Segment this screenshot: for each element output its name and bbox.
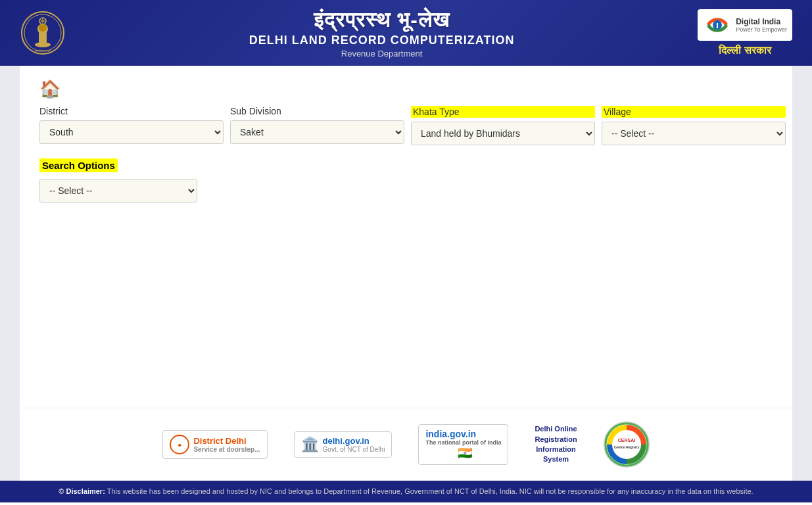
digital-india-badge: Digital India Power To Empower xyxy=(698,9,792,41)
search-options-label: Search Options xyxy=(39,158,118,172)
svg-text:Central Registry: Central Registry xyxy=(613,445,639,449)
district-delhi-icon: ● xyxy=(170,435,189,454)
svg-text:CERSAI: CERSAI xyxy=(617,438,635,443)
doris-line4: System xyxy=(535,454,577,464)
search-options-select[interactable]: -- Select -- By Khasra Number By Khata N… xyxy=(39,179,197,203)
disclaimer-text: This website has been designed and hoste… xyxy=(107,487,753,495)
delhi-gov-url: delhi.gov.in xyxy=(323,436,385,446)
site-subtitle: Revenue Department xyxy=(66,49,698,59)
header-left: सत्यमेव जयते xyxy=(20,7,66,59)
khata-select[interactable]: Land held by Bhumidars Land held by Asam… xyxy=(411,122,595,145)
digital-india-text: Digital India xyxy=(736,17,787,26)
india-gov-logo[interactable]: india.gov.in The national portal of Indi… xyxy=(418,424,508,465)
doris-line2: Registration xyxy=(535,435,577,445)
search-options-section: Search Options -- Select -- By Khasra Nu… xyxy=(39,158,773,203)
svg-point-5 xyxy=(39,24,47,32)
village-group: Village -- Select -- xyxy=(602,106,786,145)
svg-rect-13 xyxy=(717,23,718,28)
cersai-badge-icon: CERSAI Central Registry xyxy=(604,422,649,467)
disclaimer-bar: © Disclaimer: This website has been desi… xyxy=(0,481,812,502)
footer-logos: ● District Delhi Service at doorstep... … xyxy=(20,408,792,481)
khata-group: Khata Type Land held by Bhumidars Land h… xyxy=(411,106,595,145)
header-right: Digital India Power To Empower दिल्ली सर… xyxy=(698,9,792,57)
delhi-gov-sub: Govt. of NCT of Delhi xyxy=(323,446,385,453)
ashoka-emblem: सत्यमेव जयते xyxy=(20,7,66,59)
main-content: 🏠 District South Central East New Delhi … xyxy=(20,66,792,408)
site-title-hindi: इंद्रप्रस्थ भू-लेख xyxy=(66,8,698,32)
subdivision-group: Sub Division Saket Hauz Khas Mehrauli Ka… xyxy=(230,106,404,144)
khata-label: Khata Type xyxy=(411,106,595,118)
page-header: सत्यमेव जयते इंद्रप्रस्थ भू-लेख DELHI LA… xyxy=(0,0,812,66)
main-form-row: District South Central East New Delhi No… xyxy=(39,106,773,145)
doris-line3: Information xyxy=(535,445,577,454)
disclaimer-bold: © Disclaimer: xyxy=(59,487,105,495)
district-delhi-logo[interactable]: ● District Delhi Service at doorstep... xyxy=(162,430,267,459)
india-gov-sub: The national portal of India xyxy=(425,439,501,446)
visitor-bar: Visitor's No: 4103385 Design by NIC Delh… xyxy=(0,502,812,506)
svg-text:सत्यमेव जयते: सत्यमेव जयते xyxy=(34,49,51,53)
village-label: Village xyxy=(602,106,786,118)
district-group: District South Central East New Delhi No… xyxy=(39,106,224,144)
district-label: District xyxy=(39,106,224,116)
village-select[interactable]: -- Select -- xyxy=(602,122,786,145)
delhi-gov-emblem-icon: 🏛️ xyxy=(301,436,319,453)
district-delhi-text: District Delhi xyxy=(193,436,260,446)
subdivision-select[interactable]: Saket Hauz Khas Mehrauli Kalkaji xyxy=(230,120,404,144)
cersai-logo[interactable]: CERSAI Central Registry xyxy=(604,421,650,468)
delhi-gov-logo[interactable]: 🏛️ delhi.gov.in Govt. of NCT of Delhi xyxy=(294,431,393,458)
doris-line1: Delhi Online xyxy=(535,424,577,434)
site-title-en: DELHI LAND RECORD COMPUTERIZATION xyxy=(66,34,698,47)
svg-point-12 xyxy=(716,20,719,22)
header-center: इंद्रप्रस्थ भू-लेख DELHI LAND RECORD COM… xyxy=(66,8,698,59)
home-icon-row: 🏠 xyxy=(39,79,773,99)
delhi-gov-text: दिल्ली सरकार xyxy=(719,45,771,57)
district-select[interactable]: South Central East New Delhi North North… xyxy=(39,120,224,144)
subdivision-label: Sub Division xyxy=(230,106,404,116)
home-icon[interactable]: 🏠 xyxy=(39,79,60,99)
doris-logo[interactable]: Delhi Online Registration Information Sy… xyxy=(535,424,577,465)
district-delhi-sub: Service at doorstep... xyxy=(193,446,260,453)
india-gov-url: india.gov.in xyxy=(425,429,501,439)
india-flag-icon: 🇮🇳 xyxy=(458,446,472,460)
digital-india-subtitle: Power To Empower xyxy=(736,26,787,33)
